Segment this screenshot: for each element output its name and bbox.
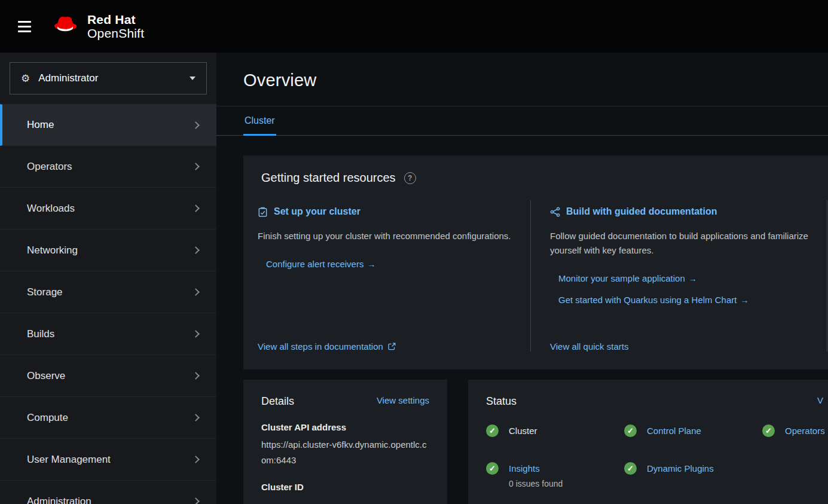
getting-started-card: Getting started resources ? Set up your … — [243, 155, 828, 369]
details-card: Details View settings Cluster API addres… — [243, 380, 447, 504]
chevron-right-icon — [192, 330, 200, 338]
redhat-hat-icon — [53, 16, 80, 36]
brand-line1: Red Hat — [87, 13, 144, 26]
monitor-sample-application-link[interactable]: Monitor your sample application→ — [558, 273, 697, 283]
guided-documentation-column: Build with guided documentation Follow g… — [530, 200, 827, 352]
chevron-right-icon — [192, 456, 200, 463]
nav-label: Operators — [27, 161, 72, 173]
getting-started-title: Getting started resources — [261, 171, 396, 185]
chevron-down-icon — [190, 77, 195, 80]
view-settings-link[interactable]: View settings — [377, 395, 429, 405]
sidebar-item-operators[interactable]: Operators — [0, 146, 216, 188]
success-check-icon: ✓ — [486, 462, 499, 475]
nav-label: Observe — [27, 370, 65, 382]
sidebar-item-workloads[interactable]: Workloads — [0, 188, 216, 230]
chevron-right-icon — [192, 414, 200, 421]
sidebar-item-administration[interactable]: Administration — [0, 481, 216, 504]
brand-line2: OpenShift — [87, 26, 144, 40]
help-icon[interactable]: ? — [404, 172, 416, 184]
status-title: Status — [486, 395, 517, 408]
nav-label: User Management — [27, 454, 111, 466]
nav-label: Home — [27, 119, 54, 131]
chevron-right-icon — [192, 288, 200, 296]
configure-alert-receivers-link[interactable]: Configure alert receivers→ — [266, 259, 375, 269]
setup-cluster-column: Set up your cluster Finish setting up yo… — [243, 200, 530, 352]
chevron-right-icon — [192, 246, 200, 254]
chevron-right-icon — [192, 497, 200, 504]
masthead: Red Hat OpenShift — [0, 0, 828, 53]
overview-content: Getting started resources ? Set up your … — [216, 136, 828, 504]
nav-toggle-button[interactable] — [14, 16, 35, 37]
status-item-cluster: ✓ Cluster — [486, 424, 624, 437]
setup-cluster-description: Finish setting up your cluster with reco… — [258, 229, 512, 243]
success-check-icon: ✓ — [624, 462, 637, 475]
nav-label: Workloads — [27, 203, 75, 215]
page-title: Overview — [243, 71, 801, 90]
guided-documentation-description: Follow guided documentation to build app… — [550, 229, 808, 258]
sidebar-item-home[interactable]: Home — [0, 104, 216, 146]
cluster-api-address-value: https://api.cluster-v6fkv.dynamic.opentl… — [261, 437, 429, 468]
status-item-control-plane: ✓ Control Plane — [624, 424, 762, 437]
guided-documentation-heading[interactable]: Build with guided documentation — [550, 206, 812, 217]
chevron-right-icon — [192, 121, 200, 129]
hamburger-icon — [18, 21, 31, 23]
arrow-right-icon: → — [689, 274, 697, 283]
sidebar: ⚙ Administrator Home Operators Workloads… — [0, 53, 216, 504]
perspective-label: Administrator — [38, 72, 98, 84]
success-check-icon: ✓ — [486, 424, 499, 437]
sidebar-item-compute[interactable]: Compute — [0, 397, 216, 439]
chevron-right-icon — [192, 204, 200, 212]
quarkus-helm-chart-link[interactable]: Get started with Quarkus using a Helm Ch… — [558, 295, 748, 305]
arrow-right-icon: → — [740, 295, 748, 305]
success-check-icon: ✓ — [624, 424, 637, 437]
sidebar-item-builds[interactable]: Builds — [0, 313, 216, 355]
sidebar-item-user-management[interactable]: User Management — [0, 439, 216, 481]
sidebar-item-observe[interactable]: Observe — [0, 355, 216, 397]
view-all-steps-link[interactable]: View all steps in documentation — [258, 341, 396, 352]
nav-label: Networking — [27, 245, 78, 256]
chevron-right-icon — [192, 163, 200, 170]
perspective-switcher[interactable]: ⚙ Administrator — [10, 62, 207, 94]
sidebar-item-networking[interactable]: Networking — [0, 230, 216, 271]
gear-icon: ⚙ — [21, 72, 30, 85]
view-all-quick-starts-link[interactable]: View all quick starts — [550, 341, 628, 352]
sidebar-item-storage[interactable]: Storage — [0, 271, 216, 313]
tab-bar: Cluster — [216, 106, 828, 136]
chevron-right-icon — [192, 372, 200, 380]
cluster-api-address-label: Cluster API address — [261, 422, 429, 432]
arrow-right-icon: → — [367, 259, 375, 269]
main-content: Overview Cluster Getting started resourc… — [216, 53, 828, 504]
route-nodes-icon — [550, 207, 560, 217]
nav-label: Compute — [27, 412, 68, 424]
external-link-icon — [388, 343, 396, 350]
status-item-insights: ✓ Insights 0 issues found — [486, 462, 624, 488]
status-item-operators: ✓ Operators — [762, 424, 828, 437]
nav-label: Builds — [27, 328, 54, 340]
tab-label: Cluster — [245, 115, 275, 126]
sidebar-nav: Home Operators Workloads Networking Stor… — [0, 104, 216, 504]
redhat-openshift-logo: Red Hat OpenShift — [53, 13, 144, 40]
success-check-icon: ✓ — [762, 424, 775, 437]
cluster-id-label: Cluster ID — [261, 482, 429, 492]
page-header: Overview — [216, 53, 828, 106]
clipboard-check-icon — [258, 207, 268, 217]
tab-cluster[interactable]: Cluster — [243, 106, 276, 136]
details-title: Details — [261, 395, 294, 408]
insights-issues-count: 0 issues found — [509, 479, 563, 488]
nav-label: Storage — [27, 286, 63, 298]
nav-label: Administration — [27, 496, 91, 504]
status-item-dynamic-plugins: ✓ Dynamic Plugins — [624, 462, 762, 488]
setup-cluster-heading[interactable]: Set up your cluster — [258, 206, 512, 217]
view-alerts-link-truncated[interactable]: V — [817, 395, 823, 405]
status-card: Status V ✓ Cluster ✓ Control Plane — [468, 380, 828, 504]
